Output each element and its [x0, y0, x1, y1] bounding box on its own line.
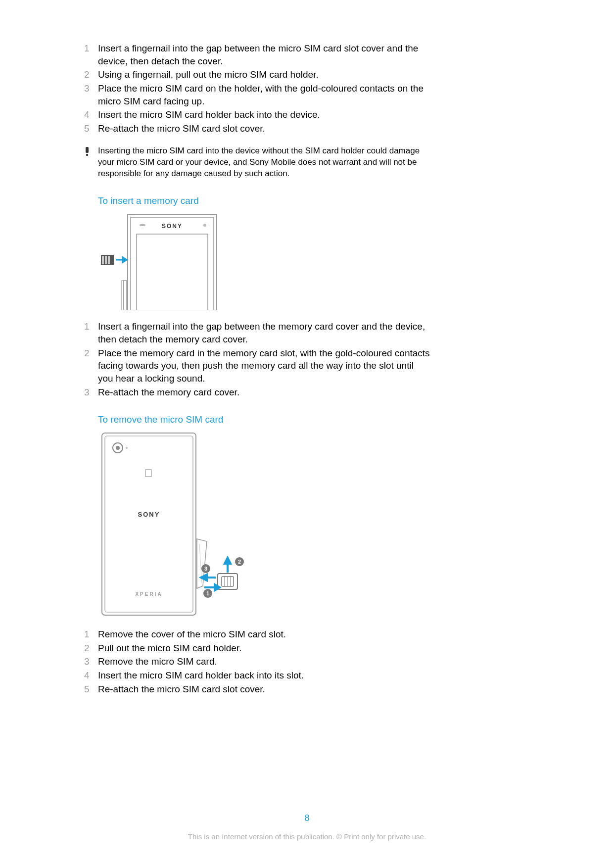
step-number: 2: [84, 347, 98, 360]
illustration-remove-sim: SONY XPERIA: [98, 430, 430, 620]
step-text: Pull out the micro SIM card holder.: [98, 642, 241, 655]
svg-rect-11: [105, 256, 107, 264]
svg-marker-14: [123, 257, 127, 262]
step-text: Insert the micro SIM card holder back in…: [98, 108, 320, 121]
brand-label: SONY: [138, 511, 160, 518]
svg-point-19: [126, 447, 128, 449]
step-item: 2 Using a fingernail, pull out the micro…: [84, 68, 430, 81]
warning-icon: [84, 145, 98, 158]
step-text: Remove the micro SIM card.: [98, 655, 217, 668]
manual-page: 1 Insert a fingernail into the gap betwe…: [0, 0, 614, 868]
marker-2: 2: [238, 559, 241, 565]
step-number: 1: [84, 42, 98, 55]
step-number: 3: [84, 82, 98, 95]
illustration-insert-memory: SONY: [98, 211, 430, 312]
step-number: 1: [84, 628, 98, 641]
step-number: 5: [84, 122, 98, 135]
svg-rect-3: [131, 217, 214, 310]
step-number: 4: [84, 108, 98, 121]
section-heading-remove-sim: To remove the micro SIM card: [98, 414, 430, 425]
step-item: 3 Remove the micro SIM card.: [84, 655, 430, 668]
page-number: 8: [0, 813, 614, 823]
svg-rect-7: [124, 281, 127, 310]
svg-rect-15: [102, 433, 196, 615]
footer-note: This is an Internet version of this publ…: [0, 832, 614, 841]
step-number: 5: [84, 683, 98, 696]
step-number: 3: [84, 655, 98, 668]
step-text: Insert a fingernail into the gap between…: [98, 320, 430, 345]
step-item: 5 Re-attach the micro SIM card slot cove…: [84, 683, 430, 696]
marker-3: 3: [204, 566, 207, 572]
svg-rect-12: [108, 256, 110, 264]
step-text: Place the micro SIM card on the holder, …: [98, 82, 430, 107]
section-heading-memory: To insert a memory card: [98, 195, 430, 206]
step-number: 4: [84, 669, 98, 682]
brand-label: SONY: [162, 223, 183, 230]
step-text: Using a fingernail, pull out the micro S…: [98, 68, 319, 81]
svg-rect-16: [105, 436, 193, 612]
step-item: 4 Insert the micro SIM card holder back …: [84, 669, 430, 682]
step-text: Re-attach the memory card cover.: [98, 386, 239, 399]
step-item: 1 Insert a fingernail into the gap betwe…: [84, 42, 430, 67]
warning-text: Inserting the micro SIM card into the de…: [98, 145, 430, 180]
svg-rect-4: [137, 234, 208, 310]
step-list-insert-sim: 1 Insert a fingernail into the gap betwe…: [84, 42, 430, 135]
content-area: 1 Insert a fingernail into the gap betwe…: [84, 42, 430, 695]
step-list-remove-sim: 1 Remove the cover of the micro SIM card…: [84, 628, 430, 695]
step-number: 3: [84, 386, 98, 399]
step-item: 4 Insert the micro SIM card holder back …: [84, 108, 430, 121]
step-item: 3 Place the micro SIM card on the holder…: [84, 82, 430, 107]
step-list-insert-memory: 1 Insert a fingernail into the gap betwe…: [84, 320, 430, 398]
step-text: Re-attach the micro SIM card slot cover.: [98, 683, 265, 696]
step-text: Remove the cover of the micro SIM card s…: [98, 628, 286, 641]
step-number: 2: [84, 642, 98, 655]
svg-point-6: [203, 224, 206, 227]
step-item: 1 Remove the cover of the micro SIM card…: [84, 628, 430, 641]
svg-rect-5: [140, 224, 145, 226]
step-text: Insert a fingernail into the gap between…: [98, 42, 430, 67]
step-text: Place the memory card in the memory card…: [98, 347, 430, 385]
step-item: 2 Pull out the micro SIM card holder.: [84, 642, 430, 655]
step-number: 2: [84, 68, 98, 81]
step-item: 5 Re-attach the micro SIM card slot cove…: [84, 122, 430, 135]
svg-rect-10: [102, 256, 104, 264]
step-text: Insert the micro SIM card holder back in…: [98, 669, 304, 682]
marker-1: 1: [206, 590, 209, 596]
svg-marker-30: [225, 558, 231, 564]
model-label: XPERIA: [135, 591, 162, 597]
step-item: 2 Place the memory card in the memory ca…: [84, 347, 430, 385]
svg-point-1: [86, 154, 88, 156]
step-text: Re-attach the micro SIM card slot cover.: [98, 122, 265, 135]
step-item: 3 Re-attach the memory card cover.: [84, 386, 430, 399]
svg-rect-20: [145, 470, 151, 477]
step-item: 1 Insert a fingernail into the gap betwe…: [84, 320, 430, 345]
svg-rect-0: [86, 147, 89, 153]
svg-point-18: [116, 446, 120, 450]
warning-note: Inserting the micro SIM card into the de…: [84, 145, 430, 180]
step-number: 1: [84, 320, 98, 333]
